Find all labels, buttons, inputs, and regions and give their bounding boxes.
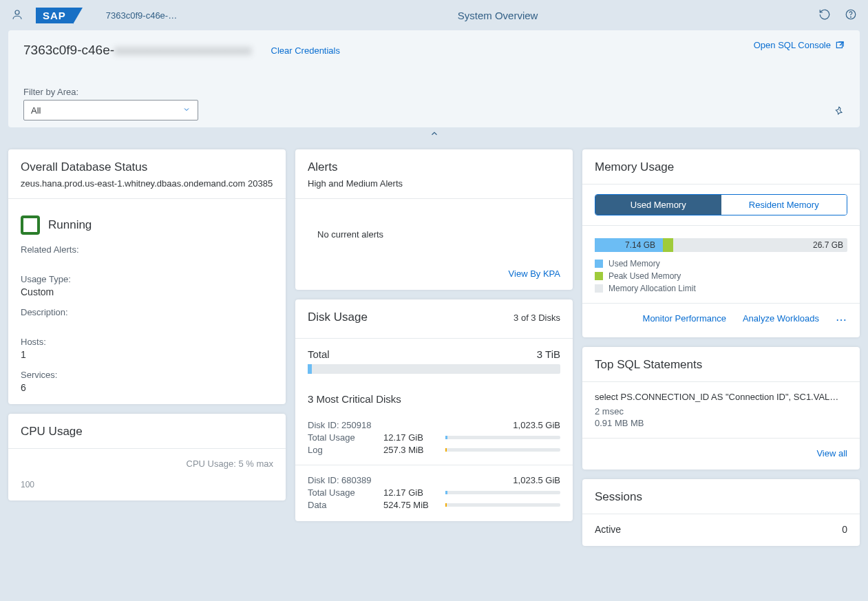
cpu-usage-value: CPU Usage: 5 % max xyxy=(21,458,273,469)
sessions-title: Sessions xyxy=(595,490,847,504)
disk0-type-value: 257.3 MiB xyxy=(383,445,438,455)
memory-legend: Used Memory Peak Used Memory Memory Allo… xyxy=(595,259,847,293)
memory-segmented: Used Memory Resident Memory xyxy=(595,194,847,215)
disk-total-value: 3 TiB xyxy=(537,348,560,360)
services-value: 6 xyxy=(21,382,273,393)
disk-total-label: Total xyxy=(308,348,330,360)
sessions-active-value: 0 xyxy=(842,524,847,535)
disk0-type-bar xyxy=(445,448,560,452)
monitor-performance-link[interactable]: Monitor Performance xyxy=(643,313,726,326)
usage-type-label: Usage Type: xyxy=(21,274,273,284)
running-status-text: Running xyxy=(48,218,92,232)
more-icon[interactable]: ⋯ xyxy=(836,313,847,326)
disk-id-0: Disk ID: 250918 xyxy=(308,420,372,430)
breadcrumb[interactable]: 7363c0f9-c46e-… xyxy=(106,10,177,21)
disk1-total-usage-label: Total Usage xyxy=(308,487,377,498)
analyze-workloads-link[interactable]: Analyze Workloads xyxy=(743,313,819,326)
sql-time: 2 msec xyxy=(595,406,847,417)
memory-total-value: 26.7 GB xyxy=(813,240,843,250)
cpu-axis-100: 100 xyxy=(21,480,273,489)
disk0-total-bar xyxy=(445,436,560,439)
alerts-empty-text: No current alerts xyxy=(308,209,560,260)
overall-status-title: Overall Database Status xyxy=(21,160,273,174)
disk1-total-usage-value: 12.17 GiB xyxy=(383,487,438,498)
sql-statement[interactable]: select PS.CONNECTION_ID AS "Connection I… xyxy=(595,392,847,402)
alerts-subtitle: High and Medium Alerts xyxy=(308,178,560,189)
alerts-card: Alerts High and Medium Alerts No current… xyxy=(295,149,573,290)
disk-capacity-1: 1,023.5 GiB xyxy=(513,475,560,485)
memory-usage-card: Memory Usage Used Memory Resident Memory… xyxy=(582,149,860,337)
svg-rect-3 xyxy=(836,42,842,48)
object-header: 7363c0f9-c46e-xxxxxxxxxxxxxxxxxxxxx Clea… xyxy=(8,30,860,127)
top-sql-title: Top SQL Statements xyxy=(595,358,847,372)
top-sql-card: Top SQL Statements select PS.CONNECTION_… xyxy=(582,347,860,470)
running-status-icon xyxy=(21,215,40,235)
disk-count: 3 of 3 Disks xyxy=(514,313,560,323)
instance-title-prefix: 7363c0f9-c46e- xyxy=(23,43,114,57)
clear-credentials-link[interactable]: Clear Credentials xyxy=(271,45,340,56)
legend-used: Used Memory xyxy=(608,259,660,268)
instance-title: 7363c0f9-c46e-xxxxxxxxxxxxxxxxxxxxx xyxy=(23,43,252,58)
services-label: Services: xyxy=(21,370,273,380)
related-alerts-label: Related Alerts: xyxy=(21,244,273,255)
description-label: Description: xyxy=(21,307,273,317)
chevron-down-icon xyxy=(182,105,191,116)
user-icon[interactable] xyxy=(11,8,23,23)
hosts-label: Hosts: xyxy=(21,337,273,347)
alerts-title: Alerts xyxy=(308,160,560,174)
sessions-card: Sessions Active 0 xyxy=(582,479,860,546)
disk0-type-label: Log xyxy=(308,445,377,455)
disk-usage-title: Disk Usage xyxy=(308,310,368,324)
svg-point-0 xyxy=(15,10,19,14)
disk-id-1: Disk ID: 680389 xyxy=(308,475,372,485)
pin-icon[interactable] xyxy=(834,106,845,119)
memory-used-value: 7.14 GB xyxy=(625,240,655,250)
seg-resident-memory[interactable]: Resident Memory xyxy=(721,195,847,215)
disk0-total-usage-label: Total Usage xyxy=(308,432,377,443)
svg-point-2 xyxy=(851,17,851,17)
refresh-icon[interactable] xyxy=(818,8,831,23)
filter-area-select[interactable]: All xyxy=(23,100,198,120)
help-icon[interactable] xyxy=(845,8,857,23)
instance-title-masked: xxxxxxxxxxxxxxxxxxxxx xyxy=(114,43,252,57)
page-title: System Overview xyxy=(189,10,806,21)
hosts-value: 1 xyxy=(21,349,273,360)
cpu-usage-title: CPU Usage xyxy=(21,425,273,439)
disk0-total-usage-value: 12.17 GiB xyxy=(383,432,438,443)
cpu-usage-card: CPU Usage CPU Usage: 5 % max 100 xyxy=(8,414,286,500)
view-by-kpa-link[interactable]: View By KPA xyxy=(509,268,560,279)
open-sql-console-label: Open SQL Console xyxy=(754,40,831,50)
critical-disks-title: 3 Most Critical Disks xyxy=(308,393,560,405)
sap-logo: SAP xyxy=(36,8,73,23)
disk1-type-value: 524.75 MiB xyxy=(383,500,438,510)
legend-limit: Memory Allocation Limit xyxy=(608,284,696,293)
memory-usage-title: Memory Usage xyxy=(595,160,847,174)
disk1-type-bar xyxy=(445,503,560,507)
app-header: SAP 7363c0f9-c46e-… System Overview xyxy=(0,0,868,30)
view-all-sql-link[interactable]: View all xyxy=(816,448,847,458)
disk-capacity-0: 1,023.5 GiB xyxy=(513,420,560,430)
sessions-active-label: Active xyxy=(595,524,621,535)
seg-used-memory[interactable]: Used Memory xyxy=(595,195,721,215)
overall-status-host: zeus.hana.prod.us-east-1.whitney.dbaas.o… xyxy=(21,178,273,189)
memory-bar: 7.14 GB 26.7 GB xyxy=(595,238,847,252)
disk1-total-bar xyxy=(445,491,560,494)
disk-total-bar xyxy=(308,364,560,374)
disk-usage-card: Disk Usage 3 of 3 Disks Total 3 TiB 3 Mo… xyxy=(295,299,573,521)
overall-status-card: Overall Database Status zeus.hana.prod.u… xyxy=(8,149,286,404)
sql-mem: 0.91 MB MB xyxy=(595,418,847,428)
open-sql-console-button[interactable]: Open SQL Console xyxy=(754,40,845,50)
legend-peak: Peak Used Memory xyxy=(608,271,681,281)
filter-area-label: Filter by Area: xyxy=(23,87,845,97)
disk1-type-label: Data xyxy=(308,500,377,510)
collapse-header-toggle[interactable] xyxy=(416,127,453,140)
filter-area-value: All xyxy=(31,105,41,116)
usage-type-value: Custom xyxy=(21,286,273,297)
